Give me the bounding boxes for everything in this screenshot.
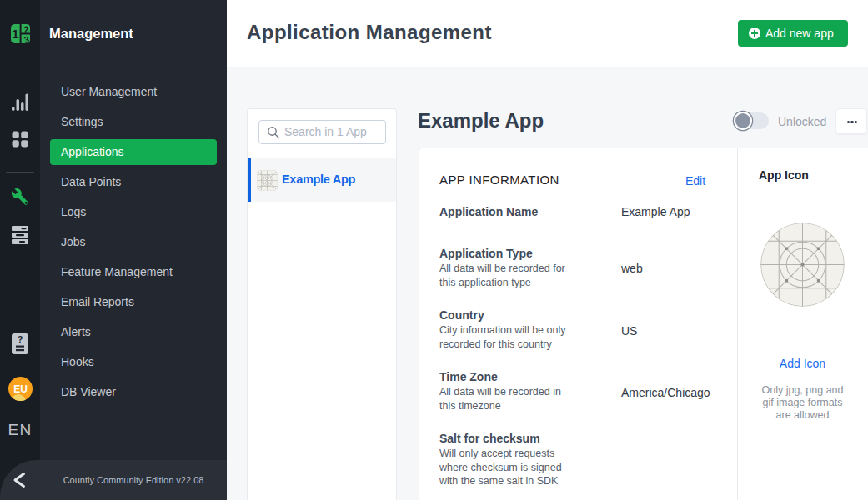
svg-text:1: 1 bbox=[12, 27, 18, 41]
svg-text:?: ? bbox=[18, 334, 23, 344]
svg-text:EU: EU bbox=[13, 383, 28, 395]
